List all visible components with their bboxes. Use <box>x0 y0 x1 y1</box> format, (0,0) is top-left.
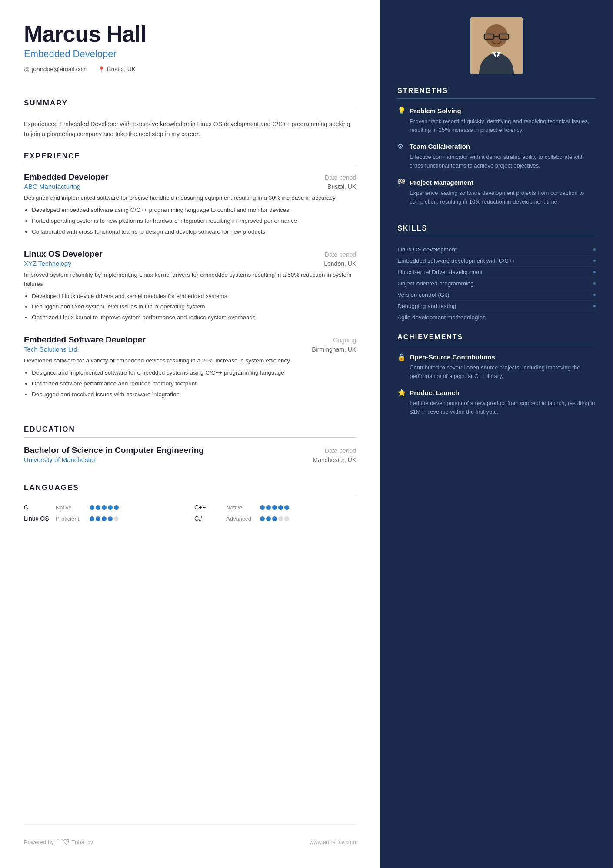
email-text: johndoe@email.com <box>32 66 87 73</box>
achievement-title-2: Product Launch <box>410 389 459 396</box>
skills-divider <box>397 236 596 236</box>
skill-item-7: Agile development methodologies <box>397 312 596 323</box>
candidate-name: Marcus Hall <box>24 22 356 47</box>
skill-dot-6 <box>593 305 596 307</box>
experience-section: EXPERIENCE Embedded Developer Date perio… <box>24 139 356 412</box>
skills-section: SKILLS Linux OS development Embedded sof… <box>380 225 613 323</box>
exp-role-3: Embedded Software Developer <box>24 335 146 345</box>
product-launch-icon: ⭐ <box>397 389 406 397</box>
dot <box>278 505 283 510</box>
exp-loc-2: London, UK <box>324 260 356 267</box>
lang-name-c: C <box>24 504 52 511</box>
exp-bullets-2: Developed Linux device drivers and kerne… <box>24 292 356 323</box>
lang-name-cpp: C++ <box>194 504 223 511</box>
dot-empty <box>278 516 283 521</box>
exp-entry-3: Embedded Software Developer Ongoing Tech… <box>24 335 356 400</box>
skill-dot-1 <box>593 248 596 251</box>
exp-role-1: Embedded Developer <box>24 172 108 182</box>
bullet: Optimized Linux kernel to improve system… <box>32 313 356 323</box>
exp-company-2: XYZ Technology <box>24 260 71 267</box>
strength-item-2: ⚙ Team Collaboration Effective communica… <box>397 142 596 170</box>
dot <box>260 505 265 510</box>
languages-divider <box>24 496 356 496</box>
dot <box>266 516 271 521</box>
skill-dot-5 <box>593 294 596 296</box>
edu-entry-1: Bachelor of Science in Computer Engineer… <box>24 446 356 463</box>
exp-entry-1: Embedded Developer Date period ABC Manuf… <box>24 172 356 237</box>
lang-dots-linux <box>90 516 119 521</box>
lang-dots-cpp <box>260 505 289 510</box>
exp-loc-1: Bristol, UK <box>327 183 356 190</box>
enhancv-logo: ⌒♡ Enhancv <box>57 838 93 846</box>
edu-school-1: University of Manchester <box>24 456 96 463</box>
exp-loc-3: Birmingham, UK <box>312 346 356 353</box>
lang-level-linux: Proficient <box>56 516 86 522</box>
skill-label-5: Version control (Git) <box>397 292 449 298</box>
location-contact: 📍 Bristol, UK <box>98 66 136 73</box>
lang-row-csharp: C# Advanced <box>194 515 356 522</box>
lang-row-linux: Linux OS Proficient <box>24 515 186 522</box>
achievements-section: ACHIEVEMENTS 🔒 Open-Source Contributions… <box>380 333 613 425</box>
header-section: Marcus Hall Embedded Developer @ johndoe… <box>24 22 356 73</box>
lang-level-csharp: Advanced <box>226 516 257 522</box>
left-footer: Powered by ⌒♡ Enhancv www.enhancv.com <box>24 824 356 846</box>
bullet: Designed and implemented software for em… <box>32 368 356 378</box>
exp-bullets-3: Designed and implemented software for em… <box>24 368 356 400</box>
brand-name: Enhancv <box>71 839 93 845</box>
dot <box>108 505 113 510</box>
bullet: Ported operating systems to new platform… <box>32 216 356 226</box>
lang-name-csharp: C# <box>194 515 223 522</box>
skill-label-7: Agile development methodologies <box>397 314 486 321</box>
bullet: Collaborated with cross-functional teams… <box>32 227 356 237</box>
strength-title-1: Problem Solving <box>410 107 461 114</box>
bullet: Debugged and resolved issues with hardwa… <box>32 390 356 400</box>
achievement-title-1: Open-Source Contributions <box>410 353 495 361</box>
skill-dot-3 <box>593 271 596 273</box>
skill-label-6: Debugging and testing <box>397 303 456 309</box>
project-mgmt-icon: 🏁 <box>397 178 406 187</box>
skill-item-3: Linux Kernel Driver development <box>397 267 596 278</box>
strength-item-1: 💡 Problem Solving Proven track record of… <box>397 107 596 134</box>
exp-company-3: Tech Solutions Ltd. <box>24 345 79 353</box>
exp-date-2: Date period <box>325 251 356 258</box>
skill-item-6: Debugging and testing <box>397 301 596 312</box>
lang-row-c: C Native <box>24 504 186 511</box>
bullet: Developed embedded software using C/C++ … <box>32 205 356 215</box>
skills-title: SKILLS <box>397 225 596 232</box>
experience-divider <box>24 164 356 164</box>
dot <box>90 505 94 510</box>
skill-label-1: Linux OS development <box>397 246 457 253</box>
languages-title: LANGUAGES <box>24 483 356 492</box>
exp-date-3: Ongoing <box>333 337 356 344</box>
skill-label-4: Object-oriented programming <box>397 280 474 287</box>
strengths-section: STRENGTHS 💡 Problem Solving Proven track… <box>380 87 613 214</box>
contact-info: @ johndoe@email.com 📍 Bristol, UK <box>24 66 356 73</box>
dot <box>96 516 100 521</box>
education-divider <box>24 437 356 438</box>
dot <box>102 505 107 510</box>
bullet: Developed Linux device drivers and kerne… <box>32 292 356 302</box>
strength-title-2: Team Collaboration <box>410 143 470 150</box>
dot <box>284 505 289 510</box>
dot <box>272 516 277 521</box>
strength-desc-2: Effective communicator with a demonstrat… <box>397 153 596 170</box>
exp-summary-2: Improved system reliability by implement… <box>24 271 356 289</box>
exp-company-1: ABC Manufacturing <box>24 183 80 190</box>
achievements-divider <box>397 345 596 345</box>
dot <box>260 516 265 521</box>
edu-loc-1: Manchester, UK <box>313 456 356 463</box>
opensource-icon: 🔒 <box>397 353 406 361</box>
problem-solving-icon: 💡 <box>397 107 406 115</box>
bullet: Debugged and fixed system-level issues i… <box>32 302 356 312</box>
exp-role-2: Linux OS Developer <box>24 249 103 259</box>
summary-divider <box>24 111 356 111</box>
summary-section: SUMMARY Experienced Embedded Developer w… <box>24 86 356 139</box>
strength-desc-1: Proven track record of quickly identifyi… <box>397 117 596 134</box>
skill-item-4: Object-oriented programming <box>397 278 596 289</box>
exp-summary-3: Developed software for a variety of embe… <box>24 356 356 365</box>
strengths-divider <box>397 98 596 99</box>
lang-level-c: Native <box>56 504 86 511</box>
skill-item-1: Linux OS development <box>397 244 596 255</box>
edu-degree-1: Bachelor of Science in Computer Engineer… <box>24 446 204 455</box>
exp-bullets-1: Developed embedded software using C/C++ … <box>24 205 356 237</box>
